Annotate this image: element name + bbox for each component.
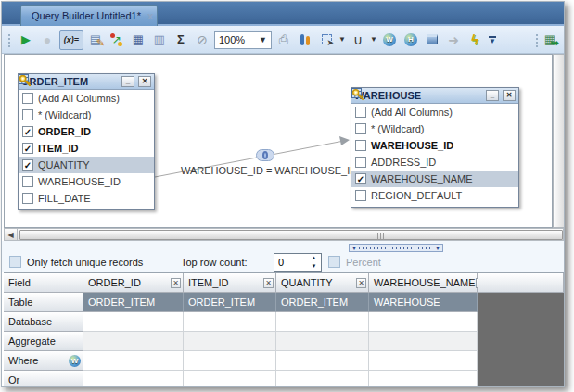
canvas-vertical-scrollbar[interactable] bbox=[553, 54, 565, 228]
select-mode-button[interactable]: ➤ bbox=[317, 30, 336, 50]
diagram-canvas[interactable]: WAREHOUSE_ID = WAREHOUSE_ID ORDER_ITEM _… bbox=[4, 54, 553, 228]
checkbox[interactable] bbox=[355, 157, 366, 168]
checkbox-checked[interactable] bbox=[355, 173, 366, 184]
export-results-icon[interactable]: ▦➥ bbox=[541, 30, 559, 50]
panel-splitter-control[interactable]: ▼ ▼ bbox=[349, 244, 443, 252]
edit-sql-icon[interactable]: ▤✎ bbox=[86, 30, 105, 50]
checkbox-checked[interactable] bbox=[22, 143, 33, 154]
checkbox[interactable] bbox=[22, 109, 33, 120]
column-row-selected[interactable]: WAREHOUSE_NAME bbox=[351, 171, 518, 187]
toolbar-overflow-button[interactable]: ▼ bbox=[487, 36, 498, 44]
grid-cell[interactable] bbox=[369, 312, 478, 332]
close-button[interactable]: ✕ bbox=[138, 76, 151, 87]
grid-cell[interactable] bbox=[369, 332, 478, 351]
grid-cell[interactable] bbox=[83, 371, 184, 386]
grid-cell[interactable] bbox=[83, 351, 184, 371]
grid-cell[interactable] bbox=[276, 332, 369, 351]
grid-cell[interactable] bbox=[184, 332, 276, 351]
scrollbar-grip bbox=[377, 233, 386, 239]
column-row[interactable]: REGION_DEFAULT bbox=[351, 187, 518, 204]
results-grid-icon[interactable]: ▥ bbox=[150, 30, 169, 50]
expression-mode-button[interactable]: (x)= bbox=[59, 30, 83, 50]
column-row[interactable]: FILL_DATE bbox=[19, 190, 154, 207]
top-row-count-stepper[interactable]: ▲ ▼ bbox=[274, 253, 322, 272]
remove-column-icon[interactable]: ✕ bbox=[263, 278, 274, 288]
column-row[interactable]: WAREHOUSE_ID bbox=[19, 173, 154, 190]
splitter-right-arrow-icon[interactable]: ▼ bbox=[435, 246, 440, 251]
auto-join-icon[interactable]: ϟ bbox=[466, 30, 484, 50]
minimize-button[interactable]: _ bbox=[121, 76, 134, 87]
column-row[interactable]: ITEM_ID bbox=[19, 140, 154, 157]
select-mode-dropdown-icon[interactable]: ▼ bbox=[338, 35, 346, 44]
tab-query-builder[interactable]: Query Builder Untitled1* x bbox=[20, 5, 158, 26]
column-row[interactable]: (Add All Columns) bbox=[351, 104, 518, 120]
remove-column-icon[interactable]: ✕ bbox=[171, 278, 181, 288]
grid-cell[interactable] bbox=[83, 332, 184, 351]
checkbox[interactable] bbox=[355, 107, 366, 118]
grid-cell[interactable]: ORDER_ITEM bbox=[83, 293, 184, 312]
close-button[interactable]: ✕ bbox=[503, 90, 516, 101]
union-dropdown-icon[interactable]: ▼ bbox=[370, 35, 377, 44]
row-label-cell: Where bbox=[4, 351, 83, 371]
column-row[interactable]: * (Wildcard) bbox=[351, 120, 518, 137]
checkbox[interactable] bbox=[22, 93, 33, 104]
generate-sql-icon[interactable]: ⎙ bbox=[274, 30, 293, 50]
grid-cell[interactable] bbox=[184, 351, 276, 371]
cube-icon[interactable] bbox=[423, 30, 441, 50]
checkbox-checked[interactable] bbox=[22, 126, 33, 137]
canvas-horizontal-scrollbar[interactable]: ◀ bbox=[4, 228, 564, 241]
minimize-button[interactable]: _ bbox=[486, 90, 499, 101]
checkbox[interactable] bbox=[355, 123, 366, 134]
top-row-count-input[interactable] bbox=[274, 254, 308, 271]
grid-cell[interactable] bbox=[369, 351, 478, 371]
diagram-view-icon[interactable]: ↗ bbox=[108, 30, 126, 50]
checkbox[interactable] bbox=[22, 193, 33, 204]
grid-cell[interactable] bbox=[369, 371, 478, 386]
run-query-button[interactable]: ▶ bbox=[17, 30, 35, 50]
column-row-selected[interactable]: QUANTITY bbox=[19, 157, 154, 173]
toolbar-grip-handle[interactable] bbox=[6, 32, 11, 48]
grid-cell[interactable]: WAREHOUSE bbox=[369, 293, 478, 312]
checkbox[interactable] bbox=[355, 190, 366, 201]
column-row[interactable]: * (Wildcard) bbox=[19, 107, 154, 123]
grid-cell[interactable] bbox=[184, 312, 276, 332]
spin-up-icon[interactable]: ▲ bbox=[308, 254, 320, 262]
column-header[interactable]: WAREHOUSE_NAME ✕ bbox=[369, 273, 478, 293]
zoom-select[interactable]: 100% ▼ bbox=[214, 31, 272, 49]
add-table-icon[interactable]: ▦ bbox=[129, 30, 147, 50]
order-item-titlebar[interactable]: ORDER_ITEM _ ✕ bbox=[19, 74, 154, 90]
checkbox[interactable] bbox=[22, 176, 33, 187]
checkbox[interactable] bbox=[355, 140, 366, 151]
warehouse-titlebar[interactable]: WAREHOUSE _ ✕ bbox=[351, 88, 518, 104]
where-clause-button[interactable] bbox=[380, 30, 399, 50]
grid-cell[interactable] bbox=[83, 312, 184, 332]
column-row[interactable]: (Add All Columns) bbox=[19, 90, 154, 107]
checkbox-checked[interactable] bbox=[22, 159, 33, 171]
table-window-warehouse[interactable]: WAREHOUSE _ ✕ (Add All Columns) * (Wildc… bbox=[351, 87, 519, 208]
grid-cell[interactable] bbox=[276, 351, 369, 371]
inner-join-icon[interactable] bbox=[256, 149, 274, 161]
aggregate-sigma-icon[interactable]: Σ bbox=[172, 30, 190, 50]
grid-cell[interactable] bbox=[184, 371, 276, 386]
scrollbar-thumb[interactable] bbox=[19, 230, 563, 240]
column-row[interactable]: ADDRESS_ID bbox=[351, 154, 518, 171]
column-header[interactable]: QUANTITY ✕ bbox=[276, 273, 369, 293]
tab-close-icon[interactable]: x bbox=[147, 10, 153, 21]
spin-down-icon[interactable]: ▼ bbox=[308, 262, 320, 271]
tools-icon[interactable] bbox=[296, 30, 314, 50]
grid-cell[interactable] bbox=[276, 312, 369, 332]
remove-column-icon[interactable]: ✕ bbox=[356, 278, 366, 288]
union-button[interactable]: ∪ bbox=[349, 30, 367, 50]
column-header[interactable]: ORDER_ID ✕ bbox=[83, 273, 184, 293]
unique-records-checkbox[interactable] bbox=[9, 256, 21, 268]
splitter-left-arrow-icon[interactable]: ▼ bbox=[351, 246, 357, 251]
having-clause-button[interactable] bbox=[402, 30, 420, 50]
column-row[interactable]: WAREHOUSE_ID bbox=[351, 137, 518, 154]
column-header[interactable]: ITEM_ID ✕ bbox=[184, 273, 276, 293]
table-window-order-item[interactable]: ORDER_ITEM _ ✕ (Add All Columns) * (Wild… bbox=[18, 73, 155, 210]
column-row[interactable]: ORDER_ID bbox=[19, 123, 154, 140]
grid-cell[interactable] bbox=[276, 371, 369, 386]
scroll-left-arrow[interactable]: ◀ bbox=[5, 229, 18, 240]
grid-cell[interactable]: ORDER_ITEM bbox=[184, 293, 276, 312]
grid-cell[interactable]: ORDER_ITEM bbox=[276, 293, 369, 312]
